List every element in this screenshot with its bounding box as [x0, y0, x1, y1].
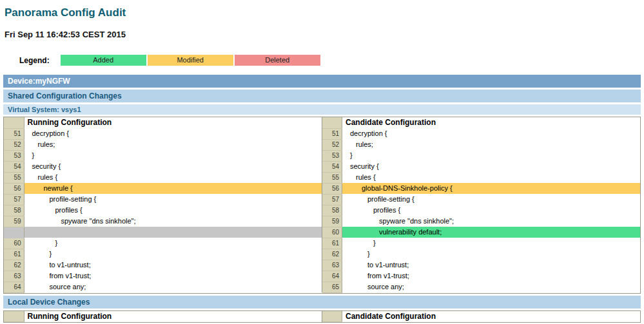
config-line: spyware "dns sinkhole"; — [24, 216, 322, 227]
config-row: 59spyware "dns sinkhole"; — [322, 216, 641, 227]
config-row: 59spyware "dns sinkhole"; — [4, 216, 322, 227]
config-line: decryption { — [342, 128, 641, 139]
config-line: } — [342, 150, 641, 161]
config-line: security { — [342, 161, 641, 172]
config-row: 60vulnerability default; — [322, 227, 641, 238]
config-line: profiles { — [24, 205, 322, 216]
config-row: 64from v1-trust; — [322, 271, 641, 281]
gutter-header-cell — [322, 311, 342, 322]
line-number: 62 — [4, 260, 24, 271]
running-config-header: Running Configuration — [24, 117, 322, 128]
config-line: } — [342, 238, 641, 249]
config-line: profile-setting { — [24, 194, 322, 205]
config-row: 52rules; — [322, 139, 641, 150]
legend: Legend: Added Modified Deleted — [19, 55, 641, 66]
config-row: 61} — [4, 249, 322, 260]
config-line — [24, 227, 322, 238]
line-number: 62 — [322, 249, 342, 260]
config-line: from v1-trust; — [24, 271, 322, 281]
legend-deleted-swatch: Deleted — [235, 55, 320, 66]
config-row: 53} — [4, 150, 322, 161]
config-row — [4, 227, 322, 238]
legend-modified-swatch: Modified — [148, 55, 233, 66]
config-line: from v1-trust; — [342, 271, 641, 281]
config-line: source any; — [24, 281, 322, 292]
line-number: 63 — [4, 271, 24, 281]
config-line: to v1-untrust; — [342, 260, 641, 271]
legend-label: Legend: — [19, 56, 50, 65]
config-row: 57profile-setting { — [322, 194, 641, 205]
config-row: 55rules { — [4, 172, 322, 183]
line-number: 64 — [322, 271, 342, 281]
line-number: 55 — [4, 172, 24, 183]
local-candidate-header-row: Candidate Configuration — [322, 311, 641, 322]
config-line: rules; — [24, 139, 322, 150]
line-number: 61 — [4, 249, 24, 260]
line-number: 58 — [4, 205, 24, 216]
config-line: newrule { — [24, 183, 322, 194]
config-row: 65source any; — [322, 281, 641, 292]
line-number: 56 — [4, 183, 24, 194]
line-number: 63 — [322, 260, 342, 271]
config-line: } — [24, 150, 322, 161]
config-line: global-DNS-Sinkhole-policy { — [342, 183, 641, 194]
local-candidate-config-header: Candidate Configuration — [342, 311, 641, 322]
config-line: rules { — [342, 172, 641, 183]
config-row: 54security { — [322, 161, 641, 172]
candidate-config-pane: Candidate Configuration 51decryption {52… — [322, 117, 641, 293]
line-number: 51 — [322, 128, 342, 139]
config-line: security { — [24, 161, 322, 172]
line-number — [4, 227, 24, 238]
line-number: 53 — [322, 150, 342, 161]
line-number: 55 — [322, 172, 342, 183]
config-row: 60} — [4, 238, 322, 249]
config-row: 64source any; — [4, 281, 322, 292]
config-row: 58profiles { — [4, 205, 322, 216]
virtual-system-bar: Virtual System: vsys1 — [3, 104, 641, 115]
line-number: 52 — [4, 139, 24, 150]
config-row: 56newrule { — [4, 183, 322, 194]
local-running-header-row: Running Configuration — [4, 311, 322, 322]
config-line: spyware "dns sinkhole"; — [342, 216, 641, 227]
config-row: 63from v1-trust; — [4, 271, 322, 281]
local-device-changes-bar: Local Device Changes — [3, 296, 641, 309]
local-running-pane: Running Configuration — [4, 311, 322, 323]
local-config-diff: Running Configuration Candidate Configur… — [3, 310, 641, 323]
config-row: 53} — [322, 150, 641, 161]
shared-config-changes-bar: Shared Configuration Changes — [3, 90, 641, 102]
legend-added-swatch: Added — [61, 55, 146, 66]
line-number: 54 — [4, 161, 24, 172]
config-audit-page: Panorama Config Audit Fri Sep 11 16:42:5… — [0, 0, 644, 323]
config-row: 57profile-setting { — [4, 194, 322, 205]
line-number: 59 — [322, 216, 342, 227]
config-row: 63to v1-untrust; — [322, 260, 641, 271]
line-number: 53 — [4, 150, 24, 161]
config-line: rules { — [24, 172, 322, 183]
config-row: 52rules; — [4, 139, 322, 150]
config-line: } — [24, 238, 322, 249]
line-number: 60 — [322, 227, 342, 238]
line-number: 51 — [4, 128, 24, 139]
gutter-header-cell — [322, 117, 342, 128]
candidate-config-header: Candidate Configuration — [342, 117, 641, 128]
line-number: 52 — [322, 139, 342, 150]
line-number: 56 — [322, 183, 342, 194]
config-line: profiles { — [342, 205, 641, 216]
gutter-header-cell — [4, 311, 24, 322]
gutter-header-cell — [4, 117, 24, 128]
line-number: 58 — [322, 205, 342, 216]
config-row: 62} — [322, 249, 641, 260]
config-line: vulnerability default; — [342, 227, 641, 238]
line-number: 65 — [322, 281, 342, 292]
config-row: 51decryption { — [322, 128, 641, 139]
candidate-header-row: Candidate Configuration — [322, 117, 641, 128]
line-number: 54 — [322, 161, 342, 172]
config-line: rules; — [342, 139, 641, 150]
line-number: 64 — [4, 281, 24, 292]
audit-timestamp: Fri Sep 11 16:42:53 CEST 2015 — [5, 30, 641, 39]
line-number: 59 — [4, 216, 24, 227]
config-row: 56global-DNS-Sinkhole-policy { — [322, 183, 641, 194]
running-config-pane: Running Configuration 51decryption {52ru… — [4, 117, 322, 293]
config-row: 51decryption { — [4, 128, 322, 139]
config-line: } — [342, 249, 641, 260]
